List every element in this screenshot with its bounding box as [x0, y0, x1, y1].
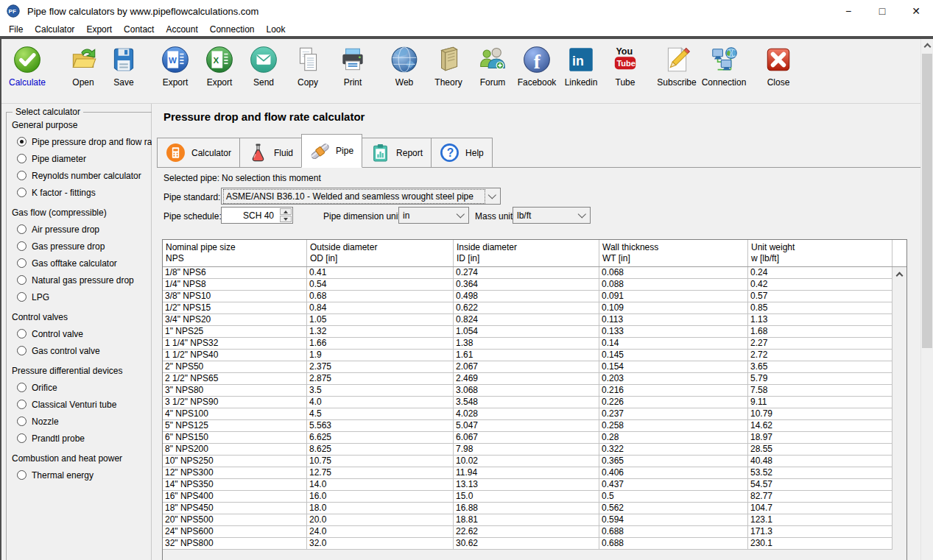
- spin-up-button[interactable]: [280, 208, 292, 215]
- table-cell: 0.594: [599, 514, 748, 525]
- close-button[interactable]: ✕: [899, 0, 933, 22]
- table-row[interactable]: 5" NPS1255.5635.0470.25814.62: [163, 420, 892, 432]
- table-row[interactable]: 4" NPS1004.54.0280.23710.79: [163, 408, 892, 420]
- toolbar-button-export[interactable]: XExport: [196, 44, 243, 88]
- table-row[interactable]: 6" NPS1506.6256.0670.2818.97: [163, 432, 892, 444]
- radio-air-pressure-drop[interactable]: Air pressure drop: [17, 224, 159, 235]
- menu-item-file[interactable]: File: [3, 23, 29, 36]
- radio-classical-venturi-tube[interactable]: Classical Venturi tube: [17, 399, 159, 410]
- table-row[interactable]: 2" NPS502.3752.0670.1543.65: [163, 361, 892, 373]
- menu-item-account[interactable]: Account: [160, 23, 203, 36]
- radio-reynolds-number-calculator[interactable]: Reynolds number calculator: [17, 170, 159, 181]
- toolbar-button-close[interactable]: Close: [755, 44, 802, 88]
- tab-calculator[interactable]: Calculator: [157, 138, 240, 167]
- toolbar-button-send[interactable]: Send: [240, 44, 287, 88]
- toolbar-button-web[interactable]: Web: [381, 44, 428, 88]
- toolbar-button-linkedin[interactable]: inLinkedin: [557, 44, 605, 88]
- radio-thermal-energy[interactable]: Thermal energy: [17, 469, 159, 481]
- menu-item-calculator[interactable]: Calculator: [29, 23, 80, 36]
- radio-pipe-pressure-drop-and-flow-rate[interactable]: Pipe pressure drop and flow rate: [17, 136, 159, 147]
- toolbar-button-connection[interactable]: Connection: [700, 44, 747, 88]
- radio-natural-gas-pressure-drop[interactable]: Natural gas pressure drop: [17, 274, 159, 286]
- scrollbar-thumb[interactable]: [922, 54, 932, 348]
- toolbar-button-label: Subscribe: [653, 77, 700, 88]
- toolbar-button-label: Export: [196, 77, 243, 88]
- table-row[interactable]: 8" NPS2008.6257.980.32228.55: [163, 444, 892, 456]
- toolbar-button-tube[interactable]: YouTubeTube: [602, 44, 649, 88]
- radio-k-factor-fittings[interactable]: K factor - fittings: [17, 187, 159, 198]
- table-row[interactable]: 1/2" NPS150.840.6220.1090.85: [163, 302, 892, 314]
- menu-item-contact[interactable]: Contact: [118, 23, 160, 36]
- table-cell: 0.154: [599, 361, 748, 372]
- dimension-unit-combobox[interactable]: in: [398, 207, 469, 224]
- table-row[interactable]: 18" NPS45018.016.880.562104.7: [163, 503, 892, 514]
- table-cell: 11.94: [454, 467, 599, 478]
- radio-pipe-diameter[interactable]: Pipe diameter: [17, 153, 159, 164]
- menu-item-export[interactable]: Export: [80, 23, 118, 36]
- window-controls: −□✕: [831, 0, 933, 22]
- toolbar-button-facebook[interactable]: fFacebook: [513, 44, 560, 88]
- toolbar-button-subscribe[interactable]: Subscribe: [653, 44, 700, 88]
- table-cell: 20" NPS500: [163, 514, 307, 525]
- table-row[interactable]: 1" NPS251.321.0540.1331.68: [163, 326, 892, 338]
- radio-gas-offtake-calculator[interactable]: Gas offtake calculator: [17, 258, 159, 269]
- radio-button-icon: [17, 137, 27, 146]
- toolbar-button-forum[interactable]: Forum: [469, 44, 516, 88]
- tab-pipe[interactable]: Pipe: [301, 134, 362, 168]
- radio-orifice[interactable]: Orifice: [17, 382, 159, 393]
- mass-unit-combobox[interactable]: lb/ft: [513, 207, 591, 224]
- minimize-button[interactable]: −: [831, 0, 865, 22]
- radio-lpg[interactable]: LPG: [17, 291, 159, 302]
- table-row[interactable]: 3/4" NPS201.050.8240.1131.13: [163, 314, 892, 326]
- dimension-unit-selected-option: in: [401, 209, 454, 222]
- table-row[interactable]: 10" NPS25010.7510.020.36540.48: [163, 456, 892, 467]
- table-row[interactable]: 3 1/2" NPS904.03.5480.2269.11: [163, 397, 892, 408]
- table-cell: 6" NPS150: [163, 432, 307, 443]
- table-row[interactable]: 1 1/4" NPS321.661.380.142.27: [163, 338, 892, 350]
- table-cell: 123.1: [748, 514, 892, 525]
- spin-down-button[interactable]: [280, 216, 292, 222]
- table-row[interactable]: 1 1/2" NPS401.91.610.1452.72: [163, 350, 892, 361]
- radio-prandtl-probe[interactable]: Prandtl probe: [17, 433, 159, 444]
- toolbar-button-copy[interactable]: Copy: [284, 44, 331, 88]
- radio-gas-control-valve[interactable]: Gas control valve: [17, 345, 159, 356]
- maximize-button[interactable]: □: [865, 0, 899, 22]
- radio-gas-pressure-drop[interactable]: Gas pressure drop: [17, 241, 159, 252]
- table-row[interactable]: 32" NPS80032.030.620.688230.1: [163, 538, 892, 550]
- menu-item-look[interactable]: Look: [261, 23, 292, 36]
- table-row[interactable]: 2 1/2" NPS652.8752.4690.2035.79: [163, 373, 892, 385]
- pipe-schedule-stepper[interactable]: SCH 40: [221, 207, 293, 224]
- column-header-w-lb-ft: Unit weightw [lb/ft]: [748, 240, 892, 266]
- toolbar-button-calculate[interactable]: Calculate: [4, 44, 51, 88]
- table-cell: 9.11: [748, 397, 892, 408]
- toolbar-button-export[interactable]: WExport: [152, 44, 199, 88]
- tab-fluid[interactable]: Fluid: [239, 138, 302, 167]
- table-row[interactable]: 16" NPS40016.015.00.582.77: [163, 491, 892, 503]
- pipe-standard-combobox[interactable]: ASME/ANSI B36.10 - Welded and seamless w…: [221, 188, 501, 205]
- table-row[interactable]: 3/8" NPS100.680.4980.0910.57: [163, 291, 892, 302]
- radio-control-valve[interactable]: Control valve: [17, 328, 159, 339]
- send-icon: [248, 44, 279, 75]
- table-row[interactable]: 24" NPS60024.022.620.688171.3: [163, 526, 892, 538]
- table-row[interactable]: 3" NPS803.53.0680.2167.58: [163, 385, 892, 397]
- radio-label: LPG: [32, 292, 49, 302]
- table-row[interactable]: 12" NPS30012.7511.940.40653.52: [163, 467, 892, 479]
- window-vertical-scrollbar[interactable]: [920, 39, 933, 560]
- table-row[interactable]: 1/4" NPS80.540.3640.0880.42: [163, 279, 892, 291]
- sidebar-group-combustion-and-heat-power: Combustion and heat powerThermal energy: [7, 453, 159, 481]
- table-body: 1/8" NPS60.410.2740.0680.241/4" NPS80.54…: [163, 267, 892, 550]
- table-scrollbar[interactable]: [892, 267, 906, 560]
- table-cell: 2.067: [454, 361, 599, 372]
- table-row[interactable]: 20" NPS50020.018.810.594123.1: [163, 514, 892, 526]
- tab-help[interactable]: ?Help: [431, 138, 493, 167]
- toolbar-button-theory[interactable]: Theory: [425, 44, 472, 88]
- table-row[interactable]: 14" NPS35014.013.130.43754.57: [163, 479, 892, 491]
- radio-nozzle[interactable]: Nozzle: [17, 416, 159, 427]
- tab-report[interactable]: Report: [362, 138, 432, 167]
- menu-item-connection[interactable]: Connection: [204, 23, 261, 36]
- sidebar-group-label: General purpose: [12, 120, 159, 130]
- toolbar-button-print[interactable]: Print: [329, 44, 376, 88]
- toolbar-button-save[interactable]: Save: [100, 44, 147, 88]
- radio-button-icon: [17, 383, 27, 392]
- table-row[interactable]: 1/8" NPS60.410.2740.0680.24: [163, 267, 892, 279]
